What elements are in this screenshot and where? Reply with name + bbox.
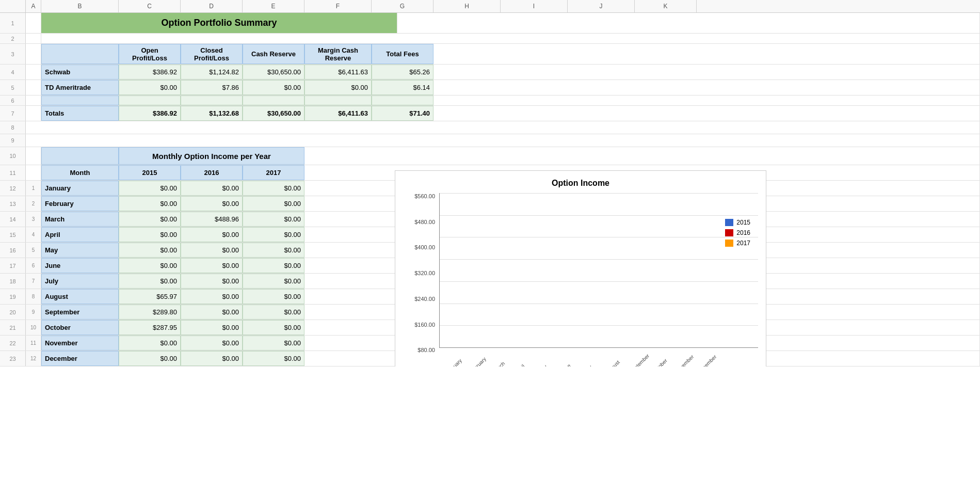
legend-2017: 2017 [725, 240, 750, 247]
cell-a14: 3 [26, 212, 41, 227]
row-label-10: 10 [0, 147, 26, 165]
column-headers: A B C D E F G H I J K [0, 0, 980, 13]
cell-rest-10[interactable] [304, 147, 980, 165]
row-label-20: 20 [0, 305, 26, 320]
jul-2016: $0.00 [181, 274, 243, 289]
row-label-2: 2 [0, 34, 26, 43]
y-label-560: $560.00 [414, 193, 435, 199]
month-january-label: January [41, 181, 119, 196]
cell-a16: 5 [26, 243, 41, 258]
x-label-november: November [674, 354, 695, 366]
schwab-margin-cash: $6,411.63 [304, 65, 372, 79]
monthly-2015-header: 2015 [119, 165, 181, 180]
summary-header-total-fees: Total Fees [372, 44, 433, 64]
row-label-1: 1 [0, 13, 26, 33]
cell-d6[interactable] [181, 95, 243, 105]
cell-a3[interactable] [26, 44, 41, 64]
chart-legend: 2015 2016 2017 [725, 219, 750, 247]
cell-a15: 4 [26, 227, 41, 242]
cell-h7[interactable] [433, 106, 980, 121]
col-header-e: E [243, 0, 304, 12]
schwab-open-pl: $386.92 [119, 65, 181, 79]
legend-color-2015 [725, 219, 733, 226]
row-label-9: 9 [0, 134, 26, 147]
cell-h3[interactable] [433, 44, 980, 64]
jun-2016: $0.00 [181, 258, 243, 273]
cell-a7[interactable] [26, 106, 41, 121]
oct-2017: $0.00 [243, 320, 304, 335]
cell-row9[interactable] [26, 134, 980, 147]
chart-area: $560.00 $480.00 $400.00 $320.00 $240.00 … [403, 193, 758, 366]
row-label-18: 18 [0, 274, 26, 289]
col-header-i: I [501, 0, 568, 12]
summary-header-cash-reserve: Cash Reserve [243, 44, 304, 64]
legend-2015: 2015 [725, 219, 750, 226]
jul-2017: $0.00 [243, 274, 304, 289]
cell-a1[interactable] [26, 13, 41, 33]
gridline-4 [440, 281, 758, 282]
td-margin-cash: $0.00 [304, 80, 372, 95]
row-label-11: 11 [0, 165, 26, 180]
row-6: 6 [0, 95, 980, 106]
cell-a2[interactable] [26, 34, 41, 43]
month-march-label: March [41, 212, 119, 227]
cell-g6[interactable] [372, 95, 433, 105]
month-april-label: April [41, 227, 119, 242]
cell-a20: 9 [26, 305, 41, 320]
sep-2015: $289.80 [119, 305, 181, 320]
month-july-label: July [41, 274, 119, 289]
cell-row8[interactable] [26, 121, 980, 134]
row-label-7: 7 [0, 106, 26, 121]
y-label-480: $480.00 [414, 219, 435, 225]
summary-header-margin-cash: Margin CashReserve [304, 44, 372, 64]
x-label-august: August [605, 359, 621, 366]
cell-a5[interactable] [26, 80, 41, 95]
row-9: 9 [0, 134, 980, 147]
cell-h4[interactable] [433, 65, 980, 79]
monthly-2016-header: 2016 [181, 165, 243, 180]
row-3: 3 OpenProfit/Loss ClosedProfit/Loss Cash… [0, 44, 980, 65]
dec-2015: $0.00 [119, 351, 181, 366]
x-label-july: July [583, 364, 593, 366]
gridline-2 [440, 237, 758, 237]
cell-h6[interactable] [433, 95, 980, 105]
x-label-october: October [651, 358, 668, 366]
cell-a10[interactable] [26, 147, 41, 165]
cell-a19: 8 [26, 289, 41, 304]
row-label-23: 23 [0, 351, 26, 366]
apr-2015: $0.00 [119, 227, 181, 242]
cell-b6[interactable] [41, 95, 119, 105]
row-label-12: 12 [0, 181, 26, 196]
row-5: 5 TD Ameritrade $0.00 $7.86 $0.00 $0.00 … [0, 80, 980, 95]
col-header-f: F [304, 0, 372, 12]
cell-a6[interactable] [26, 95, 41, 105]
cell-b2[interactable] [41, 34, 980, 43]
x-label-april: April [515, 363, 526, 366]
cell-h1[interactable] [397, 13, 980, 33]
month-february-label: February [41, 196, 119, 211]
dec-2017: $0.00 [243, 351, 304, 366]
row-label-19: 19 [0, 289, 26, 304]
aug-2016: $0.00 [181, 289, 243, 304]
cell-a11[interactable] [26, 165, 41, 180]
cell-f6[interactable] [304, 95, 372, 105]
col-header-k: K [635, 0, 697, 12]
row-label-21: 21 [0, 320, 26, 335]
feb-2017: $0.00 [243, 196, 304, 211]
cell-c6[interactable] [119, 95, 181, 105]
may-2015: $0.00 [119, 243, 181, 258]
cell-a18: 7 [26, 274, 41, 289]
x-label-march: March [492, 360, 506, 366]
month-june-label: June [41, 258, 119, 273]
cell-h5[interactable] [433, 80, 980, 95]
row-1: 1 Option Portfolio Summary [0, 13, 980, 34]
x-axis-labels: JanuaryFebruaryMarchAprilMayJuneJulyAugu… [439, 348, 758, 366]
cell-e6[interactable] [243, 95, 304, 105]
cell-a4[interactable] [26, 65, 41, 79]
monthly-2017-header: 2017 [243, 165, 304, 180]
jan-2015: $0.00 [119, 181, 181, 196]
month-november-label: November [41, 336, 119, 350]
x-label-september: September [629, 353, 650, 366]
col-header-h: H [433, 0, 501, 12]
month-may-label: May [41, 243, 119, 258]
